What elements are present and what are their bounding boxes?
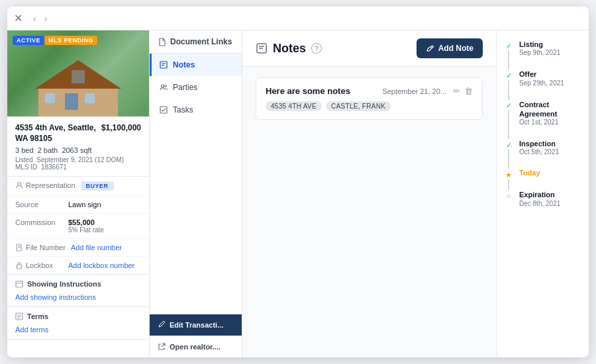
mid-nav: Document Links Notes Parties Tasks: [150, 30, 242, 357]
right-timeline-panel: ✓ Listing Sep 9th, 2021 ✓ Offer Sep 29th…: [496, 30, 589, 357]
svg-point-24: [165, 85, 167, 87]
help-icon[interactable]: ?: [311, 43, 322, 54]
buyer-badge: BUYER: [81, 181, 114, 191]
property-address-line1: 4535 4th Ave, Seattle,: [15, 123, 96, 134]
file-number-row: File Number Add file number: [7, 239, 149, 257]
person-icon: [15, 181, 23, 189]
source-row: Source Lawn sign: [7, 196, 149, 214]
property-address-line2: WA 98105: [15, 134, 96, 144]
source-label: Source: [15, 201, 63, 208]
terms-header[interactable]: Terms: [7, 307, 149, 326]
timeline-event-label: Today: [519, 169, 581, 177]
notes-nav-icon: [160, 61, 168, 69]
timeline-event-date: Sep 29th, 2021: [519, 79, 581, 87]
commission-row: Commission $55,000 5% Flat rate: [7, 214, 149, 239]
timeline-event-label: Listing: [519, 40, 581, 49]
add-file-number-link[interactable]: Add file number: [71, 244, 122, 251]
main-title-group: Notes ?: [256, 42, 322, 56]
svg-rect-25: [160, 107, 167, 113]
svg-rect-4: [45, 93, 55, 103]
timeline-item: ✓ Inspection Oct 5th, 2021: [505, 139, 581, 169]
showing-instructions-header[interactable]: Showing Instructions: [7, 275, 149, 293]
mid-nav-actions: Edit Transacti... Open realtor....: [150, 314, 242, 357]
notes-title-icon: [256, 42, 268, 54]
close-button[interactable]: ✕: [14, 12, 23, 24]
timeline-dot: ✓: [505, 141, 513, 149]
property-details: 3 bed 2 bath 2063 sqft: [15, 146, 141, 154]
note-tag-contact: CASTLE, FRANK: [326, 101, 391, 111]
main-content: Notes ? Add Note Here are some notes Sep…: [242, 30, 496, 357]
parties-icon: [160, 83, 168, 91]
timeline-item: ✓ Contract Agreement Oct 1st, 2021: [505, 100, 581, 140]
lockbox-row: Lockbox Add lockbox number: [7, 257, 149, 274]
lockbox-label: Lockbox: [15, 261, 63, 269]
timeline-connector: [508, 50, 509, 69]
svg-line-29: [431, 47, 432, 48]
file-number-label: File Number: [15, 244, 66, 251]
lock-icon: [15, 261, 23, 269]
edit-transaction-button[interactable]: Edit Transacti...: [150, 314, 242, 336]
svg-rect-2: [65, 93, 78, 110]
svg-rect-12: [16, 281, 23, 287]
prev-arrow[interactable]: ‹: [30, 12, 39, 25]
modal: ✕ ‹ › ACTIVE MLS PENDING: [7, 7, 589, 357]
doc-links-header[interactable]: Document Links: [150, 30, 242, 54]
info-section: Representation BUYER Source Lawn sign Co…: [7, 177, 149, 275]
commission-value: $55,000: [68, 218, 104, 226]
showing-instructions-section: Showing Instructions Add showing instruc…: [7, 275, 149, 307]
timeline-dot: ○: [505, 192, 513, 200]
terms-icon: [15, 312, 23, 320]
timeline-dot: ✓: [505, 102, 513, 110]
main-header: Notes ? Add Note: [242, 30, 496, 67]
open-realtor-button[interactable]: Open realtor....: [150, 336, 242, 357]
svg-rect-3: [85, 93, 95, 103]
timeline-dot: ✓: [505, 42, 513, 50]
add-lockbox-link[interactable]: Add lockbox number: [68, 261, 134, 269]
add-note-button[interactable]: Add Note: [417, 38, 483, 58]
timeline-event-label: Offer: [519, 69, 581, 79]
representation-label: Representation: [15, 181, 75, 189]
modal-topbar: ✕ ‹ ›: [7, 7, 589, 30]
edit-note-icon[interactable]: ✏: [453, 86, 460, 96]
timeline-event-label: Inspection: [519, 139, 581, 148]
timeline-connector: [508, 179, 509, 190]
add-showing-instructions-link[interactable]: Add showing instructions: [7, 293, 149, 306]
nav-tasks[interactable]: Tasks: [150, 99, 242, 121]
active-badge: ACTIVE: [13, 36, 44, 45]
left-panel: ACTIVE MLS PENDING 4535 4th Ave, Seattle…: [7, 30, 150, 357]
timeline-connector: [508, 80, 509, 99]
delete-note-icon[interactable]: 🗑: [464, 86, 473, 96]
nav-notes[interactable]: Notes: [150, 54, 242, 76]
file-icon: [15, 244, 23, 251]
calendar-icon: [15, 280, 23, 288]
timeline-item: ★ Today: [505, 169, 581, 190]
note-tags: 4535 4TH AVE CASTLE, FRANK: [266, 101, 473, 111]
timeline-connector: [508, 150, 509, 169]
terms-section: Terms Add terms: [7, 307, 149, 340]
timeline-dot: ★: [505, 171, 513, 179]
timeline-item: ○ Expiration Dec 8th, 2021: [505, 190, 581, 206]
note-meta: September 21, 20... ✏ 🗑: [382, 86, 473, 96]
timeline: ✓ Listing Sep 9th, 2021 ✓ Offer Sep 29th…: [505, 40, 581, 207]
add-terms-link[interactable]: Add terms: [7, 326, 149, 339]
property-info: 4535 4th Ave, Seattle, WA 98105 $1,100,0…: [7, 116, 149, 177]
next-arrow[interactable]: ›: [42, 12, 50, 25]
timeline-event-date: Sep 9th, 2021: [519, 49, 581, 56]
edit-icon: [158, 321, 166, 329]
timeline-event-date: Oct 1st, 2021: [519, 118, 581, 126]
timeline-event-date: Dec 8th, 2021: [519, 200, 581, 207]
note-header: Here are some notes September 21, 20... …: [266, 86, 473, 96]
notes-area: Here are some notes September 21, 20... …: [242, 67, 496, 357]
external-link-icon: [158, 343, 166, 351]
property-image: ACTIVE MLS PENDING: [7, 30, 149, 116]
document-icon: [158, 38, 166, 46]
representation-row: Representation BUYER: [7, 177, 149, 196]
timeline-event-label: Expiration: [519, 190, 581, 199]
timeline-item: ✓ Listing Sep 9th, 2021: [505, 40, 581, 69]
commission-sub: 5% Flat rate: [68, 226, 104, 234]
nav-parties[interactable]: Parties: [150, 76, 242, 99]
mls-badge: MLS PENDING: [44, 36, 97, 45]
timeline-connector: [508, 111, 509, 140]
modal-body: ACTIVE MLS PENDING 4535 4th Ave, Seattle…: [7, 30, 589, 357]
commission-label: Commission: [15, 218, 63, 226]
